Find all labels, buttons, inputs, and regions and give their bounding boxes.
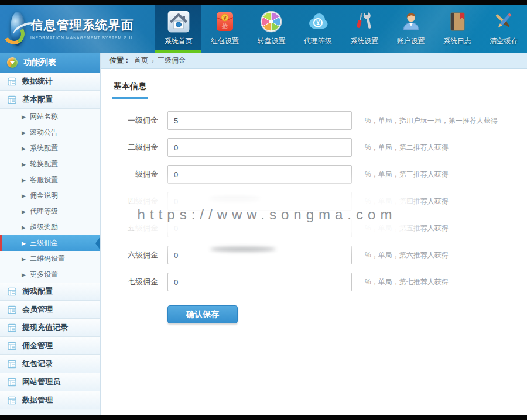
form-row-level-5: 五级佣金 %，单局，第五推荐人获得 xyxy=(112,219,527,237)
sidebar-subitem-label: 代理等级 xyxy=(30,206,58,216)
sidebar-subitem-qrcode-settings[interactable]: ▶ 二维码设置 xyxy=(0,251,100,267)
sidebar-subitem-label: 三级佣金 xyxy=(30,238,58,248)
form-row-level-3: 三级佣金 %，单局，第三推荐人获得 xyxy=(112,165,527,184)
function-list-icon xyxy=(7,57,18,68)
sidebar-item-label: 网站管理员 xyxy=(22,377,60,387)
sidebar-item-label: 会员管理 xyxy=(22,304,53,315)
sidebar-item-basic-config[interactable]: 基本配置 xyxy=(0,91,100,109)
level-5-commission-input[interactable] xyxy=(167,219,352,237)
sidebar-item-site-admin[interactable]: 网站管理员 xyxy=(0,373,100,391)
breadcrumb-home-link[interactable]: 首页 xyxy=(134,56,148,66)
sidebar-subitem-super-reward[interactable]: ▶ 超级奖励 xyxy=(0,219,100,235)
body-row: 功能列表 数据统计 基本配置 ▶ 网站名称 xyxy=(0,53,527,415)
field-label: 四级佣金 xyxy=(112,196,158,206)
field-hint: %，单局，第六推荐人获得 xyxy=(365,250,449,260)
sidebar-item-data-stats[interactable]: 数据统计 xyxy=(0,73,100,91)
nav-label: 红包设置 xyxy=(211,36,239,46)
sidebar-item-game-config[interactable]: 游戏配置 xyxy=(0,283,100,301)
coin-cloud-icon: ¥ xyxy=(306,10,330,33)
nav-item-system-settings[interactable]: 系统设置 xyxy=(341,5,388,53)
level-6-commission-input[interactable] xyxy=(167,246,352,264)
breadcrumb-prefix: 位置： xyxy=(109,56,131,66)
main-content: 位置： 首页 › 三级佣金 基本信息 一级佣金 %，单局，指用户玩一局，第一推荐… xyxy=(101,53,527,415)
field-label: 二级佣金 xyxy=(112,142,158,153)
sidebar-item-member-mgmt[interactable]: 会员管理 xyxy=(0,301,100,319)
breadcrumb-separator: › xyxy=(152,57,154,65)
top-black-edge xyxy=(0,0,527,5)
nav-label: 清空缓存 xyxy=(490,36,518,46)
logo-sphere-icon xyxy=(11,12,25,46)
nav-item-clear-cache[interactable]: 清空缓存 xyxy=(481,5,527,53)
svg-text:抢: 抢 xyxy=(221,23,228,29)
sidebar-subitem-rotation-config[interactable]: ▶ 轮换配置 xyxy=(0,156,100,172)
sidebar-header[interactable]: 功能列表 xyxy=(0,53,100,73)
sidebar-subitem-site-name[interactable]: ▶ 网站名称 xyxy=(0,109,100,125)
list-icon xyxy=(8,287,16,296)
field-label: 五级佣金 xyxy=(112,223,158,233)
sidebar-item-withdraw-recharge[interactable]: 提现充值记录 xyxy=(0,319,100,337)
triangle-marker-icon: ▶ xyxy=(22,130,26,136)
field-hint: %，单局，第七推荐人获得 xyxy=(365,277,449,287)
sidebar-subitem-label: 超级奖励 xyxy=(30,222,58,232)
app-subtitle: INFORMATION MANAGEMENT SYSTEM GUI xyxy=(30,36,132,40)
sidebar-item-commission-mgmt[interactable]: 佣金管理 xyxy=(0,337,100,355)
sidebar-item-data-mgmt[interactable]: 数据管理 xyxy=(0,391,100,409)
level-3-commission-input[interactable] xyxy=(167,165,352,184)
field-label: 一级佣金 xyxy=(112,115,158,126)
form-row-level-2: 二级佣金 %，单局，第二推荐人获得 xyxy=(112,138,527,157)
sidebar-item-label: 佣金管理 xyxy=(22,340,53,351)
nav-item-wheel[interactable]: 转盘设置 xyxy=(248,5,295,53)
nav-label: 账户设置 xyxy=(397,36,425,46)
field-hint: %，单局，第四推荐人获得 xyxy=(365,197,449,206)
nav-label: 代理等级 xyxy=(304,36,332,46)
sidebar-item-red-packet-records[interactable]: 红包记录 xyxy=(0,355,100,373)
list-icon xyxy=(8,396,16,405)
nav-item-agent-level[interactable]: ¥ 代理等级 xyxy=(295,5,341,53)
triangle-marker-icon: ▶ xyxy=(22,272,26,278)
form-row-level-7: 七级佣金 %，单局，第七推荐人获得 xyxy=(112,273,527,291)
sidebar-subitem-more-settings[interactable]: ▶ 更多设置 xyxy=(0,267,100,283)
logo-text: 信息管理系统界面 INFORMATION MANAGEMENT SYSTEM G… xyxy=(30,17,155,40)
field-hint: %，单局，第五推荐人获得 xyxy=(365,223,449,233)
log-book-icon xyxy=(446,10,469,33)
sidebar-header-label: 功能列表 xyxy=(23,57,56,68)
list-icon xyxy=(8,342,16,350)
sidebar-subitem-label: 网站名称 xyxy=(30,112,58,122)
sidebar-item-label: 提现充值记录 xyxy=(22,322,68,333)
nav-label: 系统设置 xyxy=(350,36,378,46)
field-hint: %，单局，指用户玩一局，第一推荐人获得 xyxy=(365,116,498,126)
nav-item-account-settings[interactable]: 账户设置 xyxy=(388,5,434,53)
triangle-marker-icon: ▶ xyxy=(22,225,26,230)
field-label: 七级佣金 xyxy=(112,277,158,287)
triangle-marker-icon: ▶ xyxy=(22,256,26,262)
tools-icon xyxy=(353,10,376,33)
sidebar-subitem-scroll-notice[interactable]: ▶ 滚动公告 xyxy=(0,125,100,140)
field-hint: %，单局，第三推荐人获得 xyxy=(365,170,449,180)
tab-basic-info[interactable]: 基本信息 xyxy=(112,81,148,99)
bottom-black-edge xyxy=(0,415,527,420)
clear-cache-icon xyxy=(492,10,515,33)
sidebar-subitem-label: 系统配置 xyxy=(30,143,58,153)
list-icon xyxy=(8,360,16,369)
level-4-commission-input[interactable] xyxy=(167,192,352,211)
list-icon xyxy=(8,323,16,332)
sidebar-subitem-three-level-commission[interactable]: ▶ 三级佣金 xyxy=(0,235,100,251)
nav-item-system-log[interactable]: 系统日志 xyxy=(434,5,480,53)
sidebar-subitem-service-settings[interactable]: ▶ 客服设置 xyxy=(0,172,100,188)
level-1-commission-input[interactable] xyxy=(167,111,352,130)
top-nav: 系统首页 抢 ¥ 红包设置 xyxy=(155,5,527,53)
sidebar: 功能列表 数据统计 基本配置 ▶ 网站名称 xyxy=(0,53,101,415)
sidebar-subitem-system-config[interactable]: ▶ 系统配置 xyxy=(0,140,100,156)
sidebar-subitem-label: 更多设置 xyxy=(30,270,58,280)
nav-item-red-packet[interactable]: 抢 ¥ 红包设置 xyxy=(201,5,248,53)
field-label: 三级佣金 xyxy=(112,169,158,180)
nav-item-home[interactable]: 系统首页 xyxy=(155,5,201,53)
sidebar-subitem-commission-info[interactable]: ▶ 佣金说明 xyxy=(0,188,100,204)
sidebar-subitem-agent-level[interactable]: ▶ 代理等级 xyxy=(0,204,100,219)
confirm-save-button[interactable]: 确认保存 xyxy=(167,305,238,323)
level-2-commission-input[interactable] xyxy=(167,138,352,157)
sidebar-item-label: 游戏配置 xyxy=(22,286,53,297)
home-icon xyxy=(167,10,190,33)
red-packet-icon: 抢 ¥ xyxy=(213,10,237,33)
level-7-commission-input[interactable] xyxy=(167,273,352,291)
